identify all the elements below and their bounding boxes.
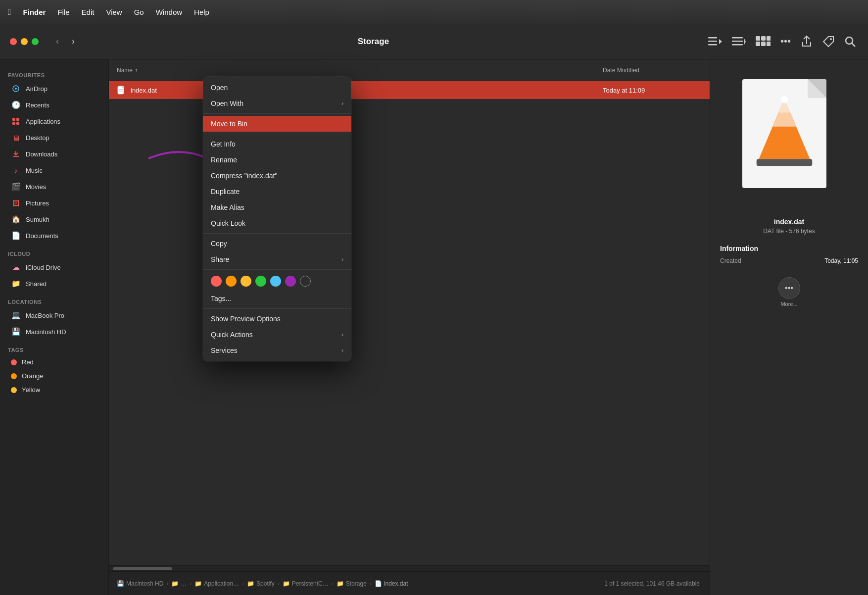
svg-rect-12 [761,42,766,46]
scroll-thumb[interactable] [113,567,172,570]
ctx-color-purple[interactable] [285,276,296,287]
menu-edit[interactable]: Edit [82,8,95,16]
menu-finder[interactable]: Finder [23,8,46,16]
window-title: Storage [48,37,698,47]
breadcrumb-macintosh[interactable]: 💾 Macintosh HD [117,580,163,587]
ctx-rename[interactable]: Rename [203,152,351,168]
apple-menu[interactable]:  [8,7,11,17]
column-view-button[interactable] [730,34,748,49]
breadcrumb-persistent[interactable]: 📁 PersistentC… [283,580,329,587]
ctx-open-with[interactable]: Open With › [203,96,351,111]
breadcrumb-spotify[interactable]: 📁 Spotify [247,580,275,587]
sidebar-item-downloads[interactable]: Downloads [3,146,105,162]
file-icon [117,85,127,95]
breadcrumb-boot[interactable]: 📁 … [171,580,187,587]
breadcrumb-sep-2: › [190,580,192,587]
bottom-bar: 💾 Macintosh HD › 📁 … › 📁 Application… › [109,571,710,595]
file-name: index.dat [131,87,603,94]
column-headers: Name ↑ Date Modified [109,59,710,81]
status-text: 1 of 1 selected, 101.46 GB available [594,572,710,595]
ctx-color-green[interactable] [255,276,266,287]
col-name-header[interactable]: Name ↑ [117,67,603,74]
ctx-quick-actions[interactable]: Quick Actions › [203,327,351,343]
more-options-button[interactable]: ••• [778,34,793,49]
svg-rect-19 [12,118,15,121]
ctx-show-preview-options[interactable]: Show Preview Options [203,311,351,327]
menu-help[interactable]: Help [194,8,209,16]
more-button[interactable]: ••• [778,277,800,299]
ctx-tags[interactable]: Tags... [203,291,351,306]
sidebar-item-recents[interactable]: 🕐 Recents [3,97,105,113]
menu-file[interactable]: File [57,8,69,16]
sidebar-item-tag-red[interactable]: Red [3,355,105,369]
sidebar-shared-label: Shared [26,280,47,288]
svg-rect-33 [756,159,812,166]
svg-line-16 [852,43,855,47]
ctx-services-arrow: › [341,347,343,354]
svg-marker-7 [744,39,746,45]
ctx-quick-actions-arrow: › [341,331,343,338]
menu-go[interactable]: Go [134,8,144,16]
close-button[interactable] [10,38,17,45]
col-date-header[interactable]: Date Modified [603,67,702,74]
ctx-make-alias[interactable]: Make Alias [203,199,351,215]
share-button[interactable] [799,33,815,50]
sidebar-item-pictures[interactable]: 🖼 Pictures [3,195,105,211]
sidebar-item-tag-orange[interactable]: Orange [3,369,105,383]
sidebar-icloud-label: iCloud Drive [26,264,61,271]
search-button[interactable] [842,34,858,50]
breadcrumb-index-dat[interactable]: 📄 index.dat [375,580,408,587]
scroll-bar[interactable] [109,565,710,571]
sidebar-item-applications[interactable]: Applications [3,113,105,129]
ctx-color-orange[interactable] [226,276,237,287]
table-row[interactable]: index.dat Today at 11:09 [109,81,710,99]
ctx-get-info[interactable]: Get Info [203,136,351,152]
menu-window[interactable]: Window [156,8,182,16]
ctx-move-to-bin[interactable]: Move to Bin [203,116,351,132]
list-view-button[interactable] [706,34,724,49]
sidebar-item-desktop[interactable]: 🖥 Desktop [3,130,105,146]
breadcrumb-storage[interactable]: 📁 Storage [337,580,367,587]
ctx-compress[interactable]: Compress "index.dat" [203,168,351,184]
applications-icon [11,116,21,126]
breadcrumb-folder-5-icon: 📁 [337,580,344,587]
breadcrumb-folder-2-icon: 📁 [194,580,202,587]
ctx-share-arrow: › [341,256,343,263]
fullscreen-button[interactable] [32,38,39,45]
sidebar-item-movies[interactable]: 🎬 Movies [3,179,105,195]
ctx-open[interactable]: Open [203,80,351,96]
ctx-services[interactable]: Services › [203,343,351,358]
breadcrumb-application[interactable]: 📁 Application… [194,580,239,587]
sidebar-item-macintosh-hd[interactable]: 💾 Macintosh HD [3,324,105,340]
svg-rect-22 [16,122,19,125]
sidebar-item-music[interactable]: ♪ Music [3,162,105,178]
ctx-copy[interactable]: Copy [203,236,351,251]
ctx-color-red[interactable] [211,276,222,287]
sidebar-item-icloud-drive[interactable]: ☁ iCloud Drive [3,259,105,275]
sidebar-item-airdrop[interactable]: AirDrop [3,81,105,97]
music-icon: ♪ [11,165,21,175]
tag-button[interactable] [820,34,836,50]
sidebar-movies-label: Movies [26,183,46,191]
sidebar-item-tag-yellow[interactable]: Yellow [3,383,105,397]
sidebar-item-documents[interactable]: 📄 Documents [3,228,105,244]
sidebar-music-label: Music [26,167,43,174]
shared-icon: 📁 [11,279,21,289]
airdrop-icon [11,84,21,94]
ctx-quick-look[interactable]: Quick Look [203,215,351,231]
sidebar-item-shared[interactable]: 📁 Shared [3,276,105,292]
ctx-sep-3 [203,233,351,234]
sidebar-item-sumukh[interactable]: 🏠 Sumukh [3,211,105,227]
ctx-color-yellow[interactable] [241,276,251,287]
minimize-button[interactable] [21,38,28,45]
sidebar-sumukh-label: Sumukh [26,216,49,223]
sidebar-item-macbook[interactable]: 💻 MacBook Pro [3,307,105,323]
ctx-share[interactable]: Share › [203,251,351,267]
svg-rect-21 [12,122,15,125]
ctx-color-blue[interactable] [270,276,281,287]
icon-view-button[interactable] [754,34,772,49]
menu-view[interactable]: View [106,8,122,16]
sidebar-macintosh-hd-label: Macintosh HD [26,328,66,336]
ctx-color-none[interactable] [300,276,311,287]
ctx-duplicate[interactable]: Duplicate [203,184,351,199]
